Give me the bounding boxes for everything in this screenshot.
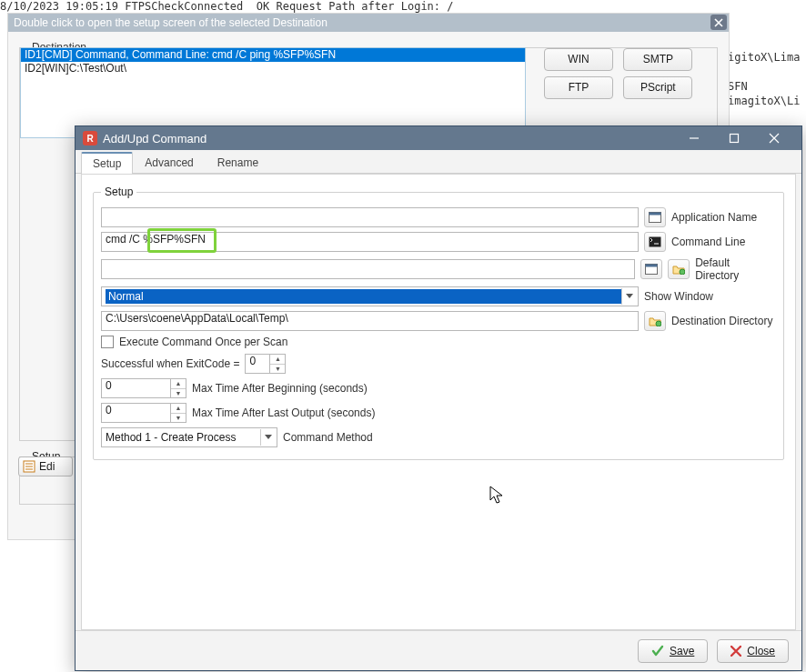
dialog-tabbar: Setup Advanced Rename [76, 150, 801, 174]
save-button[interactable]: Save [638, 639, 708, 663]
application-name-input[interactable] [101, 207, 639, 227]
destination-listbox[interactable]: ID1[CMD] Command, Command Line: cmd /C p… [20, 47, 526, 138]
maxtime-begin-label: Max Time After Beginning (seconds) [192, 382, 368, 395]
maximize-button[interactable] [714, 126, 754, 150]
show-window-value: Normal [106, 289, 621, 304]
command-line-icon-button[interactable] [644, 232, 666, 252]
application-name-label: Application Name [671, 211, 757, 224]
exitcode-label: Successful when ExitCode = [101, 357, 239, 370]
execute-once-label: Execute Command Once per Scan [119, 336, 287, 348]
application-name-browse-button[interactable] [644, 207, 666, 227]
destination-directory-browse-button[interactable] [644, 311, 666, 331]
exitcode-spinner[interactable]: 0 ▲ ▼ [245, 354, 286, 374]
list-item[interactable]: ID2[WIN]C:\Test\Out\ [21, 62, 525, 75]
command-method-select[interactable]: Method 1 - Create Process [101, 427, 277, 447]
smtp-button[interactable]: SMTP [623, 48, 692, 71]
maxtime-begin-spinner[interactable]: 0 ▲ ▼ [101, 378, 186, 398]
window-icon [649, 212, 661, 223]
svg-rect-1 [730, 135, 739, 143]
execute-once-checkbox[interactable] [101, 336, 114, 348]
destination-button-column: WIN SMTP FTP PScript [540, 45, 696, 102]
check-icon [651, 645, 664, 657]
background-right-text: igitoX\Lima SFN imagitoX\Li [728, 50, 800, 108]
close-button[interactable] [754, 126, 794, 150]
ftp-button[interactable]: FTP [544, 76, 613, 99]
maxtime-last-label: Max Time After Last Output (seconds) [192, 406, 375, 419]
default-directory-browse-button[interactable] [668, 259, 690, 279]
tab-advanced[interactable]: Advanced [133, 152, 205, 173]
show-window-label: Show Window [644, 290, 713, 303]
svg-rect-6 [646, 265, 658, 267]
destination-directory-label: Destination Directory [671, 315, 772, 327]
spin-up-icon[interactable]: ▲ [270, 355, 285, 364]
dialog-titlebar[interactable]: R Add/Upd Command [76, 126, 801, 150]
default-directory-label: Default Directory [695, 256, 776, 282]
destination-directory-input[interactable]: C:\Users\coene\AppData\Local\Temp\ [101, 311, 639, 331]
close-button-label: Close [747, 645, 775, 657]
svg-point-7 [680, 269, 685, 275]
svg-point-8 [656, 321, 661, 326]
command-line-input[interactable]: cmd /C %SFP%SFN [101, 232, 639, 252]
command-line-label: Command Line [671, 236, 745, 248]
list-item[interactable]: ID1[CMD] Command, Command Line: cmd /C p… [21, 48, 525, 62]
command-method-label: Command Method [283, 431, 373, 444]
show-window-select[interactable]: Normal [101, 286, 639, 306]
tab-setup[interactable]: Setup [81, 152, 133, 174]
background-console-line: 8/10/2023 19:05:19 FTPSCheckConnected OK… [0, 0, 806, 13]
chevron-down-icon[interactable] [621, 288, 636, 305]
close-icon[interactable] [710, 15, 727, 30]
exitcode-value[interactable]: 0 [245, 354, 270, 374]
maxtime-last-value[interactable]: 0 [101, 403, 171, 423]
spin-up-icon[interactable]: ▲ [171, 404, 186, 413]
destination-window-titlebar: Double click to open the setup screen of… [8, 14, 729, 32]
win-button[interactable]: WIN [544, 48, 613, 71]
tab-rename[interactable]: Rename [206, 152, 270, 173]
default-directory-type-button[interactable] [640, 259, 662, 279]
maxtime-last-spinner[interactable]: 0 ▲ ▼ [101, 403, 186, 423]
dialog-footer: Save Close [76, 630, 801, 670]
spin-down-icon[interactable]: ▼ [171, 413, 186, 423]
maxtime-begin-value[interactable]: 0 [101, 378, 171, 398]
dialog-title: Add/Upd Command [103, 132, 207, 145]
close-button[interactable]: Close [717, 639, 789, 663]
folder-icon [672, 264, 685, 275]
spin-down-icon[interactable]: ▼ [171, 388, 186, 398]
folder-icon [649, 316, 661, 326]
edit-button-label: Edi [39, 460, 55, 473]
chevron-down-icon[interactable] [260, 429, 275, 446]
pscript-button[interactable]: PScript [623, 76, 692, 99]
destination-window-title: Double click to open the setup screen of… [14, 16, 327, 29]
spin-down-icon[interactable]: ▼ [270, 364, 285, 374]
terminal-icon [649, 236, 661, 247]
app-icon: R [83, 131, 97, 145]
addupd-command-dialog: R Add/Upd Command Setup Advanced Rename … [75, 125, 802, 671]
window-icon [645, 264, 658, 275]
edit-icon [23, 460, 35, 473]
spin-up-icon[interactable]: ▲ [171, 379, 186, 388]
default-directory-input[interactable] [101, 259, 635, 279]
close-icon [730, 646, 741, 657]
command-method-value: Method 1 - Create Process [106, 431, 260, 444]
save-button-label: Save [670, 645, 694, 657]
svg-rect-3 [650, 213, 661, 216]
dialog-panel: Setup Application Name cmd /C %SFP%SFN [81, 174, 796, 630]
edit-button[interactable]: Edi [18, 456, 73, 476]
setup-group: Setup Application Name cmd /C %SFP%SFN [93, 186, 784, 460]
minimize-button[interactable] [674, 126, 714, 150]
setup-group-label: Setup [101, 186, 136, 198]
